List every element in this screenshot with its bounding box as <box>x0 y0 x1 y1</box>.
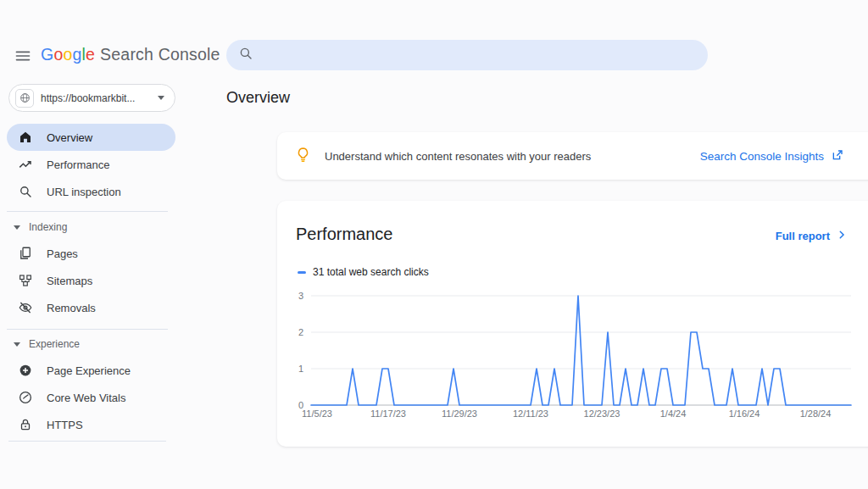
sidebar-item-label: Removals <box>47 302 96 314</box>
property-url-label: https://bookmarkbit... <box>41 92 135 104</box>
eye-off-icon <box>18 300 33 315</box>
google-logo-word: Google <box>41 45 95 64</box>
section-caret-icon <box>14 225 20 230</box>
svg-text:11/17/23: 11/17/23 <box>370 408 406 419</box>
sidebar-item-overview[interactable]: Overview <box>7 124 175 151</box>
svg-text:12/23/23: 12/23/23 <box>584 408 620 419</box>
sidebar-item-pages[interactable]: Pages <box>7 240 175 267</box>
home-icon <box>18 130 33 145</box>
chart-legend: 31 total web search clicks <box>298 266 429 278</box>
clicks-line-chart[interactable]: 012311/5/2311/17/2311/29/2312/11/2312/23… <box>291 286 867 420</box>
sidebar-item-performance[interactable]: Performance <box>7 151 175 178</box>
sidebar-item-label: Page Experience <box>47 364 131 377</box>
svg-text:1: 1 <box>298 364 303 374</box>
sidebar-item-label: Core Web Vitals <box>47 392 125 404</box>
trending-up-icon <box>18 157 33 172</box>
circle-plus-icon <box>18 363 33 378</box>
search-icon <box>238 46 253 64</box>
indexing-items: Pages Sitemaps Removals <box>7 240 175 321</box>
sidebar-item-label: Performance <box>47 158 109 171</box>
sidebar-item-core-web-vitals[interactable]: Core Web Vitals <box>7 384 175 411</box>
chevron-right-icon <box>836 229 848 243</box>
hamburger-icon <box>14 47 31 67</box>
svg-text:1/16/24: 1/16/24 <box>729 408 760 419</box>
lock-icon <box>18 417 33 432</box>
hamburger-menu-button[interactable] <box>12 46 34 68</box>
full-report-link[interactable]: Full report <box>776 229 848 243</box>
pages-icon <box>18 246 33 261</box>
banner-text: Understand which content resonates with … <box>325 150 591 163</box>
sidebar-divider <box>7 211 168 212</box>
search-console-insights-link[interactable]: Search Console Insights <box>700 148 844 164</box>
logo-suffix: Search Console <box>100 45 220 64</box>
sidebar-item-removals[interactable]: Removals <box>7 294 175 321</box>
svg-text:12/11/23: 12/11/23 <box>513 408 548 419</box>
sidebar-item-https[interactable]: HTTPS <box>7 411 175 438</box>
section-experience[interactable]: Experience <box>7 332 175 356</box>
search-bar[interactable] <box>226 40 708 70</box>
sidebar-item-page-experience[interactable]: Page Experience <box>7 357 175 384</box>
section-label: Experience <box>29 338 80 350</box>
magnifier-icon <box>18 184 33 199</box>
sidebar-divider <box>7 329 168 330</box>
performance-card-title: Performance <box>296 225 393 244</box>
sidebar-item-label: Sitemaps <box>47 275 92 287</box>
section-caret-icon <box>14 342 20 347</box>
sidebar-item-label: URL inspection <box>47 186 121 198</box>
sidebar-divider <box>8 441 166 442</box>
insights-banner: Understand which content resonates with … <box>277 132 868 180</box>
sidebar-nav: Overview Performance URL inspection <box>7 124 175 205</box>
svg-text:3: 3 <box>298 291 303 301</box>
full-report-label: Full report <box>776 230 830 242</box>
sidebar-item-label: Pages <box>47 247 78 260</box>
svg-text:11/5/23: 11/5/23 <box>302 408 332 419</box>
google-search-console-app: Google Search Console https://bookmarkbi… <box>0 0 868 489</box>
experience-items: Page Experience Core Web Vitals HTTPS <box>7 357 175 438</box>
sidebar-item-label: Overview <box>47 131 92 144</box>
sidebar-item-url-inspection[interactable]: URL inspection <box>7 178 175 205</box>
svg-text:1/28/24: 1/28/24 <box>800 408 832 419</box>
section-indexing[interactable]: Indexing <box>7 215 175 239</box>
insights-link-label: Search Console Insights <box>700 150 824 163</box>
svg-text:1/4/24: 1/4/24 <box>660 408 687 419</box>
app-logo: Google Search Console <box>41 45 220 64</box>
external-link-icon <box>831 148 844 164</box>
sitemap-tree-icon <box>18 273 33 288</box>
page-title: Overview <box>226 89 290 107</box>
search-input[interactable] <box>262 47 696 63</box>
gauge-icon <box>18 390 33 405</box>
legend-dash-icon <box>298 271 306 274</box>
property-selector[interactable]: https://bookmarkbit... <box>8 84 175 112</box>
svg-text:2: 2 <box>298 327 303 337</box>
section-label: Indexing <box>29 221 67 233</box>
sidebar-item-label: HTTPS <box>47 419 83 431</box>
legend-label: 31 total web search clicks <box>313 266 429 278</box>
sidebar-item-sitemaps[interactable]: Sitemaps <box>7 267 175 294</box>
globe-icon <box>15 89 34 108</box>
lightbulb-icon <box>294 146 312 167</box>
performance-card: Performance Full report 31 total web sea… <box>277 201 868 447</box>
svg-text:11/29/23: 11/29/23 <box>442 408 477 419</box>
chevron-down-icon <box>158 96 164 100</box>
